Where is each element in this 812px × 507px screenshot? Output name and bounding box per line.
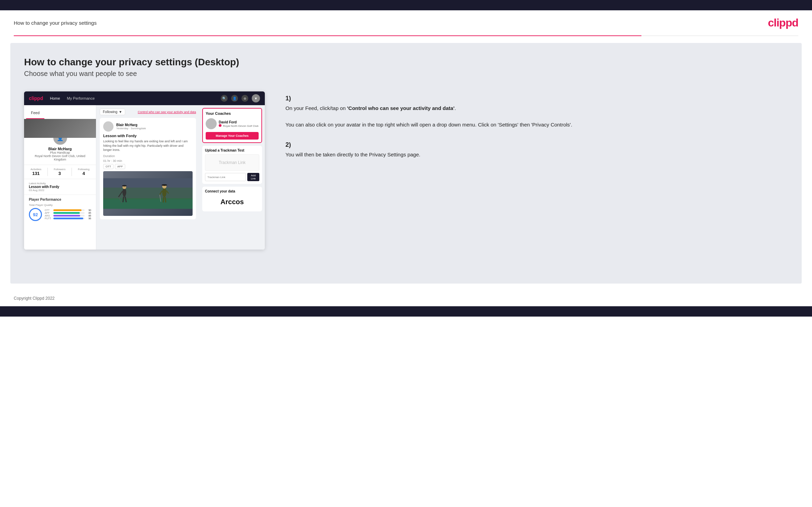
quality-label: Total Player Quality bbox=[29, 203, 91, 207]
following-label: Following bbox=[78, 168, 89, 171]
user-avatar[interactable]: ▼ bbox=[252, 94, 260, 102]
trackman-link-input[interactable] bbox=[205, 173, 246, 181]
bar-app: APP 85 bbox=[45, 212, 91, 214]
bar-ott-fill bbox=[53, 209, 82, 211]
app-feed: Following ▼ Control who can see your act… bbox=[96, 105, 199, 250]
svg-point-12 bbox=[162, 184, 167, 186]
profile-stats: Activities 131 Followers 3 Following 4 bbox=[24, 165, 96, 179]
manage-coaches-button[interactable]: Manage Your Coaches bbox=[206, 132, 259, 140]
stat-activities: Activities 131 bbox=[31, 168, 42, 176]
following-button[interactable]: Following ▼ bbox=[100, 109, 125, 115]
bar-ott-val: 90 bbox=[86, 209, 91, 211]
header: How to change your privacy settings clip… bbox=[0, 10, 812, 35]
bar-putt-label: PUTT bbox=[45, 217, 52, 220]
connect-panel: Connect your data Arccos bbox=[202, 187, 262, 211]
svg-point-10 bbox=[162, 188, 166, 197]
quality-score: 92 bbox=[29, 208, 42, 221]
coach-club: Royal North Devon Golf Club bbox=[219, 124, 258, 128]
breadcrumb: How to change your privacy settings bbox=[14, 20, 97, 26]
post-title: Lesson with Fordy bbox=[103, 134, 193, 138]
svg-line-16 bbox=[163, 197, 163, 202]
plus-icon[interactable]: ⊕ bbox=[241, 95, 248, 102]
privacy-control-link[interactable]: Control who can see your activity and da… bbox=[138, 110, 196, 114]
post-image-inner bbox=[103, 171, 193, 216]
svg-rect-2 bbox=[103, 188, 193, 199]
trackman-input-row: Add Link bbox=[205, 173, 259, 181]
trackman-title: Upload a Trackman Test bbox=[205, 148, 259, 152]
stat-divider-2 bbox=[72, 168, 72, 176]
post-duration-val: 01 hr : 30 min bbox=[103, 159, 193, 163]
svg-line-8 bbox=[123, 197, 123, 202]
app-nav: clippd Home My Performance 🔍 👤 ⊕ ▼ bbox=[24, 91, 265, 105]
post-user-avatar bbox=[103, 121, 113, 132]
activities-val: 131 bbox=[31, 171, 42, 176]
add-link-button[interactable]: Add Link bbox=[247, 173, 259, 181]
golf-scene-svg bbox=[103, 171, 193, 216]
following-bar: Following ▼ Control who can see your act… bbox=[100, 109, 196, 115]
nav-icons: 🔍 👤 ⊕ ▼ bbox=[221, 94, 260, 102]
instruction-2: 2) You will then be taken directly to th… bbox=[285, 141, 788, 159]
profile-club: Royal North Devon Golf Club, United King… bbox=[29, 154, 91, 161]
coach-club-text: Royal North Devon Golf Club bbox=[223, 124, 258, 128]
followers-val: 3 bbox=[54, 171, 65, 176]
bar-putt-fill bbox=[53, 218, 83, 219]
app-nav-logo: clippd bbox=[29, 96, 43, 101]
feed-post: Blair McHarg Yesterday · Sunningdale Les… bbox=[100, 118, 196, 219]
page-subtitle: Choose what you want people to see bbox=[24, 70, 788, 78]
bar-arg-label: ARG bbox=[45, 214, 52, 217]
arccos-logo: Arccos bbox=[205, 195, 259, 209]
nav-link-home[interactable]: Home bbox=[50, 96, 60, 100]
bar-ott-track bbox=[53, 209, 85, 211]
latest-label: Latest Activity bbox=[29, 182, 91, 185]
instruction-1-text: On your Feed, click/tap on 'Control who … bbox=[285, 104, 788, 129]
header-divider bbox=[14, 35, 798, 36]
coaches-title: Your Coaches bbox=[206, 111, 259, 115]
page-title: How to change your privacy settings (Des… bbox=[24, 57, 788, 68]
post-tags: OTT APP bbox=[103, 164, 193, 169]
profile-name: Blair McHarg bbox=[48, 147, 72, 151]
quality-bars: OTT 90 APP bbox=[45, 209, 91, 220]
user-icon[interactable]: 👤 bbox=[231, 95, 238, 102]
nav-link-performance[interactable]: My Performance bbox=[67, 96, 95, 100]
main-content: How to change your privacy settings (Des… bbox=[10, 43, 802, 284]
app-screenshot: clippd Home My Performance 🔍 👤 ⊕ ▼ Feed bbox=[24, 91, 265, 250]
bar-app-val: 85 bbox=[86, 212, 91, 214]
activities-label: Activities bbox=[31, 168, 42, 171]
footer: Copyright Clippd 2022 bbox=[0, 290, 812, 306]
performance-title: Player Performance bbox=[29, 198, 91, 201]
bar-putt: PUTT 96 bbox=[45, 217, 91, 220]
profile-banner bbox=[24, 119, 96, 138]
copyright-text: Copyright Clippd 2022 bbox=[14, 296, 55, 301]
svg-point-3 bbox=[122, 188, 126, 197]
club-icon bbox=[219, 124, 221, 127]
bar-putt-val: 96 bbox=[86, 217, 91, 220]
instruction-1-number: 1) bbox=[285, 95, 788, 102]
bar-arg-val: 86 bbox=[86, 214, 91, 217]
latest-activity-name: Lesson with Fordy bbox=[29, 185, 91, 189]
feed-tab[interactable]: Feed bbox=[26, 107, 44, 119]
post-username: Blair McHarg bbox=[116, 123, 146, 127]
post-description: Looking to feel like my hands are exitin… bbox=[103, 139, 193, 152]
clippd-logo: clippd bbox=[768, 16, 798, 29]
post-image bbox=[103, 171, 193, 216]
instruction-2-text: You will then be taken directly to the P… bbox=[285, 151, 788, 159]
coaches-highlight-box: Your Coaches David Ford Royal North Devo… bbox=[202, 108, 262, 143]
coach-item: David Ford Royal North Devon Golf Club bbox=[206, 118, 259, 129]
profile-handicap: Plus Handicap bbox=[50, 151, 70, 154]
tag-app: APP bbox=[115, 164, 125, 169]
bar-ott: OTT 90 bbox=[45, 209, 91, 211]
stat-divider-1 bbox=[47, 168, 48, 176]
svg-line-17 bbox=[165, 197, 166, 202]
player-performance-section: Player Performance Total Player Quality … bbox=[24, 195, 96, 224]
app-sidebar: Feed 👤 Blair McHarg Plus Handicap Royal … bbox=[24, 105, 96, 250]
content-row: clippd Home My Performance 🔍 👤 ⊕ ▼ Feed bbox=[24, 91, 788, 250]
latest-activity-section: Latest Activity Lesson with Fordy 03 Aug… bbox=[24, 179, 96, 195]
coach-avatar bbox=[206, 118, 217, 129]
trackman-panel: Upload a Trackman Test Trackman Link Add… bbox=[202, 146, 262, 184]
svg-point-5 bbox=[122, 185, 127, 186]
followers-label: Followers bbox=[54, 168, 65, 171]
search-icon[interactable]: 🔍 bbox=[221, 95, 228, 102]
app-right-panel: Your Coaches David Ford Royal North Devo… bbox=[199, 105, 265, 250]
instruction-2-number: 2) bbox=[285, 141, 788, 148]
tag-ott: OTT bbox=[103, 164, 113, 169]
